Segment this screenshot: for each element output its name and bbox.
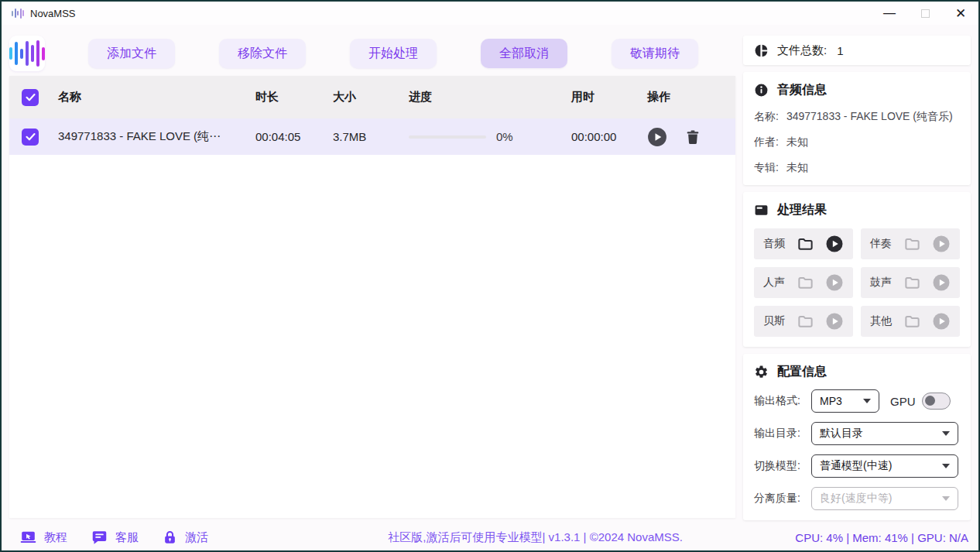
- result-label: 音频: [763, 237, 785, 251]
- add-files-button[interactable]: 添加文件: [88, 39, 175, 68]
- result-item-bass: 贝斯: [754, 306, 853, 337]
- system-stats: CPU: 4% | Mem: 41% | GPU: N/A: [795, 531, 968, 544]
- output-format-select[interactable]: MP3: [811, 389, 879, 413]
- maximize-button[interactable]: [907, 2, 943, 25]
- file-table: 名称 时长 大小 进度 用时 操作 349771833 - FAKE LOVE …: [9, 76, 735, 518]
- activate-link[interactable]: 激活: [163, 530, 208, 546]
- check-icon: [25, 131, 36, 142]
- play-result-icon[interactable]: [932, 273, 951, 292]
- audio-artist-label: 作者:: [754, 135, 779, 149]
- audio-name-value: 349771833 - FAKE LOVE (纯音乐): [786, 110, 953, 124]
- config-card: 配置信息 输出格式: MP3 GPU 输出目录: 默认目录: [743, 354, 971, 520]
- file-size: 3.7MB: [320, 130, 396, 143]
- support-link[interactable]: 客服: [91, 530, 139, 546]
- model-label: 切换模型:: [754, 459, 810, 473]
- gpu-toggle[interactable]: [922, 393, 951, 410]
- result-item-drums: 鼓声: [861, 267, 960, 298]
- total-files-label: 文件总数:: [777, 43, 827, 58]
- play-result-icon[interactable]: [932, 235, 951, 253]
- folder-icon[interactable]: [797, 313, 814, 331]
- activate-label: 激活: [185, 530, 208, 545]
- table-row[interactable]: 349771833 - FAKE LOVE (纯⋯ 00:04:05 3.7MB…: [9, 118, 735, 155]
- results-icon: [754, 203, 769, 218]
- audio-info-card: 音频信息 名称:349771833 - FAKE LOVE (纯音乐) 作者:未…: [743, 72, 971, 185]
- result-label: 其他: [870, 314, 892, 328]
- chevron-down-icon: [942, 496, 950, 501]
- app-window: NovaMSS — ✕ 添加文件 移除文件 开始处理 全部取消 敬请期待: [0, 0, 980, 552]
- coming-soon-button[interactable]: 敬请期待: [612, 39, 698, 68]
- cancel-all-button[interactable]: 全部取消: [481, 39, 567, 68]
- start-processing-button[interactable]: 开始处理: [350, 39, 437, 68]
- delete-button[interactable]: [684, 129, 701, 146]
- play-icon: [647, 127, 667, 147]
- folder-icon[interactable]: [797, 274, 814, 292]
- audio-info-title: 音频信息: [777, 82, 827, 98]
- progress-percent: 0%: [496, 130, 513, 143]
- row-checkbox[interactable]: [22, 129, 39, 146]
- audio-album-value: 未知: [786, 161, 808, 175]
- result-item-other: 其他: [861, 306, 960, 337]
- total-files-card: 文件总数: 1: [743, 36, 971, 65]
- check-icon: [25, 91, 36, 103]
- total-files-value: 1: [837, 44, 843, 57]
- chat-icon: [91, 530, 108, 546]
- tutorial-link[interactable]: 教程: [20, 530, 67, 546]
- close-button[interactable]: ✕: [943, 2, 978, 25]
- play-result-icon[interactable]: [825, 273, 844, 292]
- window-title: NovaMSS: [30, 8, 76, 19]
- gear-icon: [754, 365, 769, 379]
- trash-icon: [684, 129, 701, 146]
- result-label: 贝斯: [763, 314, 785, 328]
- main-panel: 添加文件 移除文件 开始处理 全部取消 敬请期待 名称 时长 大小: [2, 25, 735, 524]
- folder-icon[interactable]: [903, 274, 921, 292]
- column-header-name: 名称: [45, 90, 242, 105]
- toolbar: 添加文件 移除文件 开始处理 全部取消 敬请期待: [9, 36, 735, 71]
- remove-files-button[interactable]: 移除文件: [219, 39, 306, 68]
- result-item-audio: 音频: [754, 228, 853, 259]
- config-title: 配置信息: [777, 364, 827, 380]
- lock-icon: [163, 530, 177, 546]
- chevron-down-icon: [942, 464, 950, 468]
- column-header-size: 大小: [320, 90, 396, 105]
- file-name: 349771833 - FAKE LOVE (纯⋯: [45, 129, 242, 144]
- audio-name-label: 名称:: [754, 110, 779, 124]
- model-select[interactable]: 普通模型(中速): [811, 454, 958, 478]
- app-logo-icon: [12, 8, 24, 19]
- result-label: 人声: [763, 276, 785, 290]
- tutorial-icon: [20, 530, 36, 546]
- play-result-icon[interactable]: [932, 312, 951, 331]
- results-title: 处理结果: [777, 202, 827, 218]
- chevron-down-icon: [942, 431, 950, 436]
- column-header-progress: 进度: [396, 90, 558, 105]
- file-duration: 00:04:05: [242, 130, 320, 143]
- quality-select: 良好(速度中等): [811, 487, 958, 510]
- tutorial-label: 教程: [44, 530, 67, 545]
- output-dir-select[interactable]: 默认目录: [811, 422, 958, 445]
- minimize-button[interactable]: —: [872, 2, 907, 25]
- play-result-icon[interactable]: [825, 312, 844, 331]
- waveform-logo: [9, 36, 45, 71]
- audio-album-label: 专辑:: [754, 161, 779, 175]
- result-item-vocals: 人声: [754, 267, 853, 298]
- column-header-time: 用时: [558, 90, 634, 105]
- column-header-duration: 时长: [242, 90, 320, 105]
- folder-icon[interactable]: [903, 313, 921, 331]
- support-label: 客服: [115, 530, 139, 545]
- output-dir-label: 输出目录:: [754, 427, 810, 441]
- folder-icon[interactable]: [797, 235, 814, 253]
- gpu-label: GPU: [890, 395, 916, 408]
- result-label: 鼓声: [870, 276, 892, 290]
- status-bar: 教程 客服 激活 社区版,激活后可使用专业模型| v1.3.1 | ©2024 …: [2, 524, 978, 550]
- select-all-checkbox[interactable]: [22, 89, 39, 106]
- play-button[interactable]: [647, 127, 667, 147]
- quality-label: 分离质量:: [754, 492, 810, 506]
- result-item-accompaniment: 伴奏: [861, 228, 960, 259]
- folder-icon[interactable]: [903, 235, 921, 253]
- file-time-used: 00:00:00: [558, 130, 634, 143]
- table-header-row: 名称 时长 大小 进度 用时 操作: [9, 76, 735, 118]
- output-format-label: 输出格式:: [754, 394, 810, 408]
- play-result-icon[interactable]: [825, 235, 844, 253]
- pie-chart-icon: [754, 43, 769, 58]
- sidebar: 文件总数: 1 音频信息 名称:349771833 - FAKE LOVE (纯…: [735, 25, 978, 524]
- progress-bar: [409, 135, 486, 139]
